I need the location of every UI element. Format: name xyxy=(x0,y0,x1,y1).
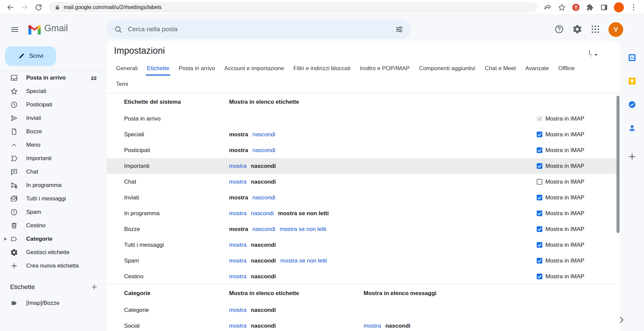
sidebar-item-cestino[interactable]: Cestino xyxy=(0,219,107,232)
reload-icon[interactable] xyxy=(34,3,43,12)
option-link[interactable]: mostra xyxy=(229,210,247,217)
settings-gear-icon[interactable] xyxy=(572,24,582,34)
account-avatar[interactable]: V xyxy=(608,22,623,37)
contacts-icon[interactable] xyxy=(625,121,639,135)
sidebar-item-speciali[interactable]: Speciali xyxy=(0,85,107,98)
imap-checkbox[interactable] xyxy=(537,274,542,279)
keep-icon[interactable] xyxy=(625,74,639,88)
sidebar-item-posta-in-arrivo[interactable]: Posta in arrivo22 xyxy=(0,71,107,85)
option-link[interactable]: nascondi xyxy=(253,147,275,154)
sidebar-item-posticipati[interactable]: Posticipati xyxy=(0,98,107,111)
tab-temi[interactable]: Temi xyxy=(111,77,133,92)
option-link[interactable]: nascondi xyxy=(251,210,274,217)
option-link[interactable]: nascondi xyxy=(253,194,275,201)
imap-cell: Mostra in IMAP xyxy=(537,115,620,122)
browser-menu-icon[interactable] xyxy=(629,3,638,12)
search-bar[interactable]: Cerca nella posta xyxy=(107,19,411,39)
option-link[interactable]: mostra xyxy=(229,273,247,280)
system-label-row-importanti: ImportantimostranascondiMostra in IMAP xyxy=(107,158,620,174)
tab-chat-e-meet[interactable]: Chat e Meet xyxy=(480,60,521,77)
address-bar[interactable]: mail.google.com/mail/u/2/#settings/label… xyxy=(49,2,537,13)
imap-checkbox[interactable] xyxy=(537,132,542,137)
search-filter-icon[interactable] xyxy=(395,25,404,34)
sidebar-item-crea-nuova-etichetta[interactable]: Crea nuova etichetta xyxy=(0,259,107,273)
main-menu-icon[interactable] xyxy=(10,25,19,34)
imap-checkbox[interactable] xyxy=(537,210,542,216)
imap-label: Mostra in IMAP xyxy=(545,242,584,248)
tab-filtri-e-indirizzi-bloccati[interactable]: Filtri e indirizzi bloccati xyxy=(289,60,355,77)
create-label-plus-icon[interactable] xyxy=(91,283,98,291)
option-link[interactable]: mostra xyxy=(229,242,247,248)
sidebar-item-inviati[interactable]: Inviati xyxy=(0,111,107,125)
bookmark-star-icon[interactable] xyxy=(557,3,566,12)
sidebar-item-gestisci-etichette[interactable]: Gestisci etichette xyxy=(0,246,107,259)
option-current: nascondi xyxy=(251,257,276,264)
browser-profile-avatar[interactable] xyxy=(614,2,624,12)
tab-account-e-importazione[interactable]: Account e importazione xyxy=(220,60,289,77)
imap-checkbox[interactable] xyxy=(537,163,542,169)
calendar-icon[interactable]: 31 xyxy=(625,51,639,64)
user-label-imap-bozze[interactable]: [Imap]/Bozze xyxy=(0,296,107,310)
adblock-icon[interactable] xyxy=(572,3,580,12)
sidebar-item-chat[interactable]: Chat xyxy=(0,165,107,179)
imap-checkbox[interactable] xyxy=(537,147,542,153)
imap-checkbox[interactable] xyxy=(537,195,542,200)
expander-triangle-icon[interactable] xyxy=(4,237,7,241)
side-panel-icon[interactable] xyxy=(600,3,608,12)
row-options: mostranascondimostra se non letti xyxy=(229,257,537,264)
option-link[interactable]: nascondi xyxy=(253,226,275,233)
system-labels-header: Etichette del sistema Mostra in elenco e… xyxy=(107,93,620,111)
option-link[interactable]: mostra xyxy=(229,163,247,170)
imap-checkbox[interactable] xyxy=(537,258,542,264)
option-link[interactable]: mostra xyxy=(229,179,247,185)
sidebar-item-tutti-i-messaggi[interactable]: Tutti i messaggi xyxy=(0,192,107,205)
option-link[interactable]: mostra xyxy=(229,307,247,314)
tab-generali[interactable]: Generali xyxy=(111,60,142,77)
option-link[interactable]: mostra se non letti xyxy=(280,257,327,264)
tasks-icon[interactable] xyxy=(625,98,639,111)
tab-componenti-aggiuntivi[interactable]: Componenti aggiuntivi xyxy=(414,60,480,77)
imap-checkbox[interactable] xyxy=(537,242,542,248)
gmail-wordmark: Gmail xyxy=(44,23,68,34)
sidebar-item-in-programma[interactable]: In programma xyxy=(0,179,107,192)
collapse-panel-chevron-icon[interactable] xyxy=(617,316,626,324)
system-label-row-spam: Spammostranascondimostra se non lettiMos… xyxy=(107,253,620,269)
tab-etichette[interactable]: Etichette xyxy=(142,60,174,77)
row-options: mostranascondi xyxy=(229,273,537,280)
tab-avanzate[interactable]: Avanzate xyxy=(521,60,554,77)
sidebar-item-bozze[interactable]: Bozze xyxy=(0,125,107,138)
forward-icon[interactable] xyxy=(20,3,29,12)
scrollbar-thumb[interactable] xyxy=(616,96,620,233)
sidebar-item-importanti[interactable]: Importanti xyxy=(0,152,107,165)
share-icon[interactable] xyxy=(543,3,552,12)
help-icon[interactable] xyxy=(554,24,564,34)
categories-col3-header: Mostra in elenco messaggi xyxy=(364,290,620,297)
row-label: Inviati xyxy=(124,194,229,201)
sidebar-item-spam[interactable]: Spam xyxy=(0,205,107,219)
option-link[interactable]: mostra xyxy=(229,257,247,264)
sidebar-item-meno[interactable]: Meno xyxy=(0,138,107,152)
apps-grid-icon[interactable] xyxy=(590,24,600,34)
option-link[interactable]: mostra se non letti xyxy=(280,226,326,233)
labels-list: [Imap]/Bozze xyxy=(0,296,107,310)
tab-posta-in-arrivo[interactable]: Posta in arrivo xyxy=(174,60,220,77)
row-label: Cestino xyxy=(124,273,229,280)
tab-offline[interactable]: Offline xyxy=(554,60,580,77)
extensions-icon[interactable] xyxy=(586,3,594,12)
system-label-row-speciali: SpecialimostranascondiMostra in IMAP xyxy=(107,127,620,142)
imap-checkbox[interactable] xyxy=(537,226,542,232)
option-link[interactable]: mostra xyxy=(229,323,247,329)
search-icon[interactable] xyxy=(114,25,122,34)
input-tools-button[interactable]: It xyxy=(588,49,598,58)
compose-button[interactable]: Scrivi xyxy=(5,46,56,66)
tab-inoltro-e-pop-imap[interactable]: Inoltro e POP/IMAP xyxy=(355,60,414,77)
get-addons-plus-icon[interactable] xyxy=(625,150,639,163)
option-link[interactable]: nascondi xyxy=(253,131,275,138)
option-link[interactable]: mostra xyxy=(364,323,381,329)
imap-checkbox[interactable] xyxy=(537,179,542,185)
label-filled-icon xyxy=(10,299,18,307)
sidebar-nav: Posta in arrivo22SpecialiPosticipatiInvi… xyxy=(0,71,107,273)
sidebar-item-categorie[interactable]: Categorie xyxy=(0,232,107,246)
back-icon[interactable] xyxy=(6,3,15,12)
sidebar-item-label: Categorie xyxy=(26,236,52,242)
